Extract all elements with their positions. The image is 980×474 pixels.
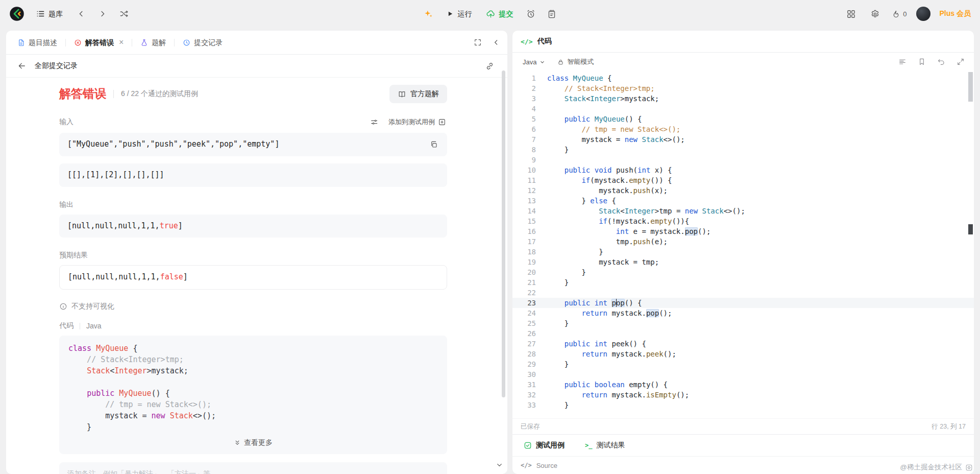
editor-code-line[interactable]: 31 public boolean empty() {	[512, 380, 974, 390]
language-selector[interactable]: Java	[521, 56, 547, 68]
editor-code-line[interactable]: 29 }	[512, 359, 974, 369]
scroll-to-bottom-button[interactable]	[495, 460, 504, 470]
view-more-button[interactable]: 查看更多	[231, 438, 276, 448]
editor-code-line[interactable]: 24 return mystack.pop();	[512, 308, 974, 318]
line-number: 11	[512, 175, 536, 185]
editor-tools	[897, 57, 966, 67]
editor-code-line[interactable]: 12 mystack.push(x);	[512, 185, 974, 196]
output-value-block: [null,null,null,1,1,true]	[59, 215, 447, 238]
line-content: Stack<Integer>tmp = new Stack<>();	[547, 206, 745, 216]
fullscreen-button[interactable]	[473, 37, 483, 48]
test-result-tab-label: 测试结果	[596, 441, 625, 450]
editor-code-line[interactable]: 9	[512, 155, 974, 165]
editor-code-line[interactable]: 22	[512, 288, 974, 298]
editor-code-line[interactable]: 19 mystack = tmp;	[512, 257, 974, 267]
tab-label: 题解	[152, 39, 166, 46]
editor-code-line[interactable]: 13 } else {	[512, 196, 974, 206]
notes-button[interactable]	[545, 7, 559, 21]
problem-bank-button[interactable]: 题库	[32, 6, 67, 21]
add-to-testcases-button[interactable]: 添加到测试用例	[387, 116, 447, 128]
editor-code-line[interactable]: 8 }	[512, 145, 974, 155]
editor-code-line[interactable]: 11 if(mystack.empty()) {	[512, 175, 974, 185]
copy-button[interactable]	[429, 139, 439, 150]
nav-forward-button[interactable]	[95, 7, 110, 21]
back-button[interactable]	[16, 60, 28, 72]
editor-code-line[interactable]: 1class MyQueue {	[512, 73, 974, 83]
random-problem-button[interactable]	[117, 7, 131, 21]
smart-mode-indicator[interactable]: 智能模式	[557, 57, 594, 66]
expand-editor-button[interactable]	[955, 57, 966, 67]
editor-code-line[interactable]: 23 public int pop() {	[512, 298, 974, 308]
editor-code-line[interactable]: 32 return mystack.isEmpty();	[512, 390, 974, 400]
editor-code-line[interactable]: 28 return mystack.peek();	[512, 349, 974, 359]
editor-code-line[interactable]: 10 public void push(int x) {	[512, 165, 974, 175]
editor-code-line[interactable]: 6 // tmp = new Stack<>();	[512, 124, 974, 134]
tab-separator	[132, 39, 132, 46]
tab-problem-description[interactable]: 题目描述	[12, 36, 62, 50]
editor-code-line[interactable]: 30	[512, 369, 974, 380]
editor-code-line[interactable]: 16 int e = mystack.pop();	[512, 226, 974, 236]
line-content: if(!mystack.empty()){	[547, 216, 689, 226]
close-icon[interactable]: ×	[119, 38, 124, 46]
collapse-panel-button[interactable]	[491, 37, 501, 48]
line-number: 7	[512, 134, 536, 145]
tab-label: 解答错误	[85, 39, 114, 46]
tab-testcase[interactable]: 测试用例	[521, 440, 568, 451]
submit-button[interactable]: 提交	[482, 6, 518, 21]
timer-button[interactable]	[524, 7, 538, 21]
format-code-button[interactable]	[897, 57, 908, 67]
nav-back-button[interactable]	[74, 7, 88, 21]
editor-code-line[interactable]: 7 mystack = new Stack<>();	[512, 134, 974, 145]
editor-code-line[interactable]: 15 if(!mystack.empty()){	[512, 216, 974, 226]
editor-code-line[interactable]: 2 // Stack<Integer>tmp;	[512, 83, 974, 93]
line-content: public void push(int x) {	[547, 165, 672, 175]
left-panel-scrollbar[interactable]	[502, 70, 505, 397]
editor-scrollbar[interactable]	[968, 72, 973, 102]
editor-code-line[interactable]: 33 }	[512, 400, 974, 410]
settings-button[interactable]	[868, 7, 883, 21]
editor-code-line[interactable]: 4	[512, 104, 974, 114]
ai-debug-button[interactable]	[421, 7, 436, 21]
play-icon	[446, 10, 454, 18]
editor-code-line[interactable]: 18 }	[512, 247, 974, 257]
apps-grid-button[interactable]	[844, 7, 859, 21]
tab-test-result[interactable]: >_ 测试结果	[582, 440, 628, 451]
plus-membership-link[interactable]: Plus 会员	[940, 9, 971, 18]
run-button[interactable]: 运行	[442, 7, 476, 21]
output-bool-value: true	[160, 221, 178, 230]
bookmark-button[interactable]	[917, 57, 927, 67]
app-logo[interactable]	[9, 6, 24, 21]
line-number: 24	[512, 308, 536, 318]
code-label: 代码	[59, 321, 74, 330]
tab-wrong-answer[interactable]: 解答错误 ×	[69, 35, 129, 50]
editor-code-line[interactable]: 21 }	[512, 277, 974, 288]
copy-link-button[interactable]	[482, 61, 497, 71]
tab-separator	[65, 39, 66, 46]
reset-code-button[interactable]	[936, 57, 946, 67]
line-number: 25	[512, 318, 536, 328]
diff-toggle-button[interactable]	[369, 117, 379, 127]
editor-code-line[interactable]: 25 }	[512, 318, 974, 328]
editor-code-line[interactable]: 27 public int peek() {	[512, 339, 974, 349]
submit-label: 提交	[499, 10, 513, 17]
official-solution-button[interactable]: 官方题解	[389, 85, 447, 103]
editor-code-line[interactable]: 5 public MyQueue() {	[512, 114, 974, 124]
streak-counter[interactable]: 0	[892, 10, 906, 18]
result-status-title: 解答错误	[59, 87, 106, 101]
code-tag-icon: </>	[521, 462, 532, 469]
tab-submissions[interactable]: 提交记录	[178, 36, 228, 50]
note-input[interactable]	[59, 462, 447, 474]
editor-tab-label[interactable]: 代码	[537, 37, 551, 46]
tab-solutions[interactable]: 题解	[135, 36, 171, 50]
editor-code-line[interactable]: 14 Stack<Integer>tmp = new Stack<>();	[512, 206, 974, 216]
avatar[interactable]	[916, 7, 930, 21]
check-square-icon	[524, 441, 532, 449]
editor-code-line[interactable]: 3 Stack<Integer>mystack;	[512, 93, 974, 104]
fullscreen-icon	[474, 38, 482, 46]
editor-code-line[interactable]: 20 }	[512, 267, 974, 277]
editor-code-line[interactable]: 26	[512, 328, 974, 339]
editor-code-line[interactable]: 17 tmp.push(e);	[512, 236, 974, 247]
code-editor[interactable]: 1class MyQueue {2 // Stack<Integer>tmp;3…	[512, 71, 974, 418]
add-to-testcases-label: 添加到测试用例	[388, 117, 435, 127]
subheader-title[interactable]: 全部提交记录	[35, 61, 78, 70]
